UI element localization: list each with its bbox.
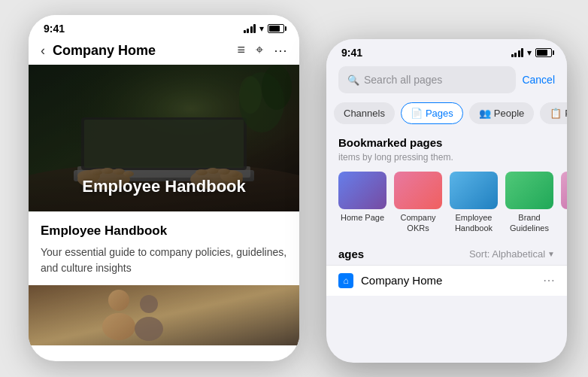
thumbnail-preview [29, 285, 299, 345]
svg-rect-28 [29, 285, 299, 345]
sort-control[interactable]: Sort: Alphabetical ▼ [469, 248, 555, 260]
status-icons-front: ▾ [511, 47, 553, 58]
bookmark-label-home: Home Page [341, 212, 384, 223]
nav-icons-back: ≡ ⌖ ⋯ [237, 42, 287, 59]
all-pages-header: ages Sort: Alphabetical ▼ [326, 243, 567, 265]
bookmark-card-brand[interactable]: Brand Guidelines [505, 172, 553, 234]
tab-people[interactable]: 👥 People [469, 102, 534, 124]
bookmark-card-handbook[interactable]: Employee Handbook [450, 172, 498, 234]
list-icon[interactable]: ≡ [237, 42, 245, 59]
back-icon[interactable]: ‹ [41, 43, 45, 59]
doc-title: Employee Handbook [41, 223, 287, 239]
more-icon-row[interactable]: ⋯ [543, 273, 555, 287]
tab-pages[interactable]: 📄 Pages [401, 102, 463, 124]
search-bar: 🔍 Search all pages Cancel [326, 63, 567, 99]
bookmark-icon[interactable]: ⌖ [256, 42, 263, 59]
thumb-brand-img [505, 172, 553, 209]
signal-icon-front [511, 48, 524, 57]
more-icon[interactable]: ⋯ [274, 42, 287, 59]
search-input-box[interactable]: 🔍 Search all pages [338, 66, 516, 93]
search-placeholder: Search all pages [364, 74, 442, 86]
status-bar-front: 9:41 ▾ [326, 39, 567, 63]
sort-label: Sort: Alphabetical [469, 248, 545, 260]
bookmark-card-home[interactable]: Home Page [338, 172, 386, 234]
hero-title: Employee Handbook [82, 177, 246, 196]
bookmark-label-okrs: Company OKRs [394, 212, 442, 234]
posts-label: Posts [565, 108, 567, 119]
posts-icon: 📋 [550, 108, 562, 119]
hero-image: Employee Handbook [29, 65, 299, 211]
search-icon: 🔍 [347, 74, 359, 86]
time-front: 9:41 [341, 47, 362, 59]
pages-label: Pages [426, 108, 453, 119]
filter-tabs: Channels 📄 Pages 👥 People 📋 Posts [326, 99, 567, 130]
thumb-okrs-img [394, 172, 442, 209]
phone-front: 9:41 ▾ 🔍 Search all pages Cancel Channel… [326, 39, 567, 363]
wifi-icon: ▾ [259, 23, 264, 34]
tab-posts[interactable]: 📋 Posts [540, 102, 567, 124]
status-icons-back: ▾ [244, 23, 285, 34]
home-icon: ⌂ [338, 273, 353, 288]
bookmarks-subtitle: items by long pressing them. [326, 152, 567, 169]
cancel-button[interactable]: Cancel [522, 74, 555, 86]
wifi-icon-front: ▾ [527, 47, 532, 58]
nav-bar-back: ‹ Company Home ≡ ⌖ ⋯ [29, 39, 299, 65]
doc-desc: Your essential guide to company policies… [41, 245, 287, 276]
phone-back: 9:41 ▾ ‹ Company Home ≡ ⌖ ⋯ [29, 15, 299, 361]
channels-label: Channels [344, 108, 385, 119]
content-area: Employee Handbook Your essential guide t… [29, 211, 299, 285]
thumb-handbook-img [450, 172, 498, 209]
thumb-overlay [29, 285, 299, 345]
thumb-home-img [338, 172, 386, 209]
battery-icon-front [535, 48, 552, 57]
bookmark-label-brand: Brand Guidelines [505, 212, 553, 234]
people-label: People [494, 108, 524, 119]
chevron-down-icon: ▼ [547, 250, 555, 258]
thumb-handbook [450, 172, 498, 209]
pages-icon: 📄 [411, 108, 423, 119]
all-pages-label: ages [338, 248, 364, 260]
nav-title-back: Company Home [53, 43, 237, 59]
thumb-brand [505, 172, 553, 209]
thumb-res-img: 👤 [561, 172, 567, 209]
bookmark-label-handbook: Employee Handbook [450, 212, 498, 234]
battery-icon [268, 24, 284, 33]
bookmark-card-okrs[interactable]: Company OKRs [394, 172, 442, 234]
signal-icon [244, 24, 256, 33]
thumb-home [338, 172, 386, 209]
tab-channels[interactable]: Channels [334, 102, 395, 124]
time-back: 9:41 [44, 23, 65, 35]
bookmarks-scroll: Home Page Company OKRs Employee Handbook… [326, 169, 567, 243]
thumb-okrs [394, 172, 442, 209]
status-bar-back: 9:41 ▾ [29, 15, 299, 39]
page-name-company-home: Company Home [361, 274, 543, 287]
thumb-res: 👤 [561, 172, 567, 209]
page-row-company-home[interactable]: ⌂ Company Home ⋯ [326, 265, 567, 296]
bookmark-card-res[interactable]: 👤 Res... [561, 172, 567, 234]
people-icon: 👥 [479, 108, 491, 119]
bookmarks-title: Bookmarked pages [326, 130, 567, 152]
